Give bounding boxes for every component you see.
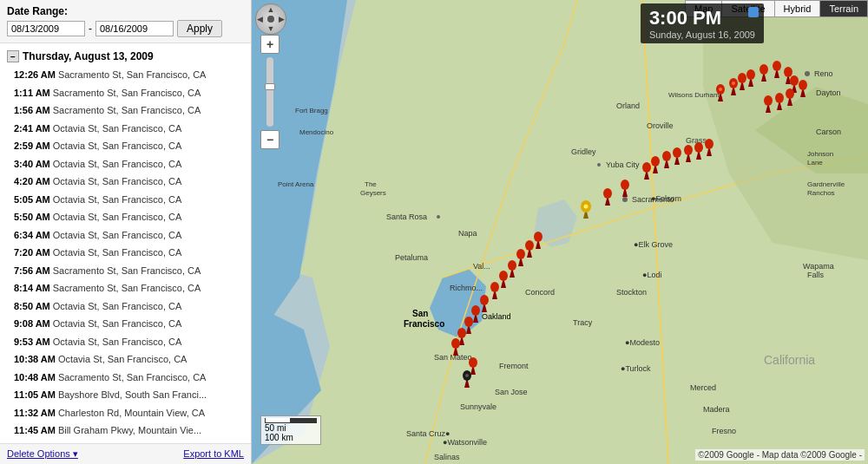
svg-text:Geysers: Geysers <box>360 189 386 197</box>
location-time: 11:45 AM <box>14 425 56 435</box>
svg-point-79 <box>534 232 542 242</box>
svg-text:San: San <box>412 309 428 318</box>
list-item[interactable]: 6:34 AMOctavia St, San Francisco, CA <box>0 226 251 245</box>
scale-line: 50 mi 100 km <box>265 418 317 442</box>
svg-text:Fremont: Fremont <box>499 362 529 370</box>
date-range-bar: Date Range: - Apply <box>0 0 251 43</box>
svg-text:Oroville: Oroville <box>647 121 674 130</box>
map-area[interactable]: Reno Sacramento Yuba City San Francisco … <box>252 0 868 464</box>
svg-text:Val...: Val... <box>473 262 490 271</box>
list-item[interactable]: 2:59 AMOctavia St, San Francisco, CA <box>0 137 251 155</box>
location-address: Sacramento St, San Francisco, CA <box>53 105 201 115</box>
nav-up-arrow: ▲ <box>267 5 275 14</box>
end-date-input[interactable] <box>95 21 174 36</box>
apply-button[interactable]: Apply <box>177 20 222 37</box>
svg-text:Concord: Concord <box>525 288 555 297</box>
svg-point-60 <box>760 64 768 75</box>
list-item[interactable]: 3:40 AMOctavia St, San Francisco, CA <box>0 155 251 173</box>
location-address: Octavia St, San Francisco, CA <box>53 230 182 240</box>
svg-point-66 <box>775 93 784 103</box>
svg-text:Salinas: Salinas <box>434 453 460 461</box>
list-item[interactable]: 10:48 AMSacramento St, San Francisco, CA <box>0 369 251 387</box>
current-time: 3:00 PM <box>649 7 755 29</box>
date-range-label: Date Range: <box>7 5 244 17</box>
svg-text:●Watsonville: ●Watsonville <box>443 438 487 447</box>
svg-point-67 <box>764 95 773 106</box>
start-date-input[interactable] <box>7 21 85 36</box>
location-address: Octavia St, San Francisco, CA <box>53 194 182 205</box>
day-header: − Thursday, August 13, 2009 <box>0 47 251 66</box>
zoom-out-button[interactable]: − <box>260 130 279 149</box>
location-address: Octavia St, San Francisco, CA <box>53 318 182 329</box>
svg-text:●Lodi: ●Lodi <box>642 271 661 279</box>
list-item[interactable]: 11:45 AMBill Graham Pkwy, Mountain Vie..… <box>0 422 251 440</box>
svg-point-2 <box>805 71 810 76</box>
location-time: 9:53 AM <box>14 337 50 347</box>
time-icon <box>748 7 759 17</box>
svg-point-75 <box>621 180 629 190</box>
svg-text:Wilsons Durham: Wilsons Durham <box>668 91 720 99</box>
zoom-thumb[interactable] <box>265 83 275 90</box>
scale-bar: 50 mi 100 km <box>260 415 321 445</box>
list-item[interactable]: 11:05 AMBayshore Blvd, South San Franci.… <box>0 386 251 404</box>
svg-text:Dayton: Dayton <box>816 88 841 97</box>
nav-control[interactable]: ▲ ▼ ◀ ▶ <box>255 3 286 35</box>
list-item[interactable]: 12:26 AMSacramento St, San Francisco, CA <box>0 66 251 84</box>
bottom-bar: Delete Options ▾ Export to KML <box>0 443 251 464</box>
location-time: 10:38 AM <box>14 354 56 364</box>
list-item[interactable]: 2:41 AMOctavia St, San Francisco, CA <box>0 120 251 138</box>
svg-text:Tracy: Tracy <box>573 318 593 327</box>
list-item[interactable]: 9:08 AMOctavia St, San Francisco, CA <box>0 315 251 333</box>
svg-point-71 <box>673 147 681 158</box>
delete-options-link[interactable]: Delete Options ▾ <box>7 448 78 460</box>
list-item[interactable]: 1:11 AMSacramento St, San Francisco, CA <box>0 84 251 102</box>
zoom-track[interactable] <box>266 57 273 127</box>
date-separator: - <box>89 23 92 35</box>
svg-point-4 <box>622 197 628 202</box>
collapse-icon[interactable]: − <box>7 50 19 62</box>
location-address: Octavia St, San Francisco, CA <box>53 247 182 258</box>
svg-text:Santa Rosa: Santa Rosa <box>386 212 427 221</box>
svg-text:Francisco: Francisco <box>404 319 444 329</box>
list-item[interactable]: 7:20 AMOctavia St, San Francisco, CA <box>0 244 251 262</box>
svg-text:Stockton: Stockton <box>616 288 647 297</box>
list-item[interactable]: 5:05 AMOctavia St, San Francisco, CA <box>0 191 251 209</box>
location-time: 1:56 AM <box>14 105 50 115</box>
nav-circle[interactable]: ▲ ▼ ◀ ▶ <box>255 3 286 35</box>
location-address: Charleston Rd, Mountain View, CA <box>58 408 205 418</box>
list-item[interactable]: 5:50 AMOctavia St, San Francisco, CA <box>0 208 251 226</box>
svg-text:●Folsom: ●Folsom <box>651 194 681 203</box>
list-item[interactable]: 8:14 AMSacramento St, San Francisco, CA <box>0 279 251 297</box>
svg-text:San Jose: San Jose <box>495 388 528 396</box>
zoom-in-button[interactable]: + <box>260 35 279 54</box>
svg-text:Lane: Lane <box>807 159 823 167</box>
svg-text:Yuba City: Yuba City <box>606 160 640 169</box>
list-item[interactable]: 1:56 AMSacramento St, San Francisco, CA <box>0 101 251 120</box>
map-type-terrain[interactable]: Terrain <box>820 1 867 16</box>
svg-text:San Mateo: San Mateo <box>434 353 472 362</box>
list-item[interactable]: 7:56 AMSacramento St, San Francisco, CA <box>0 262 251 280</box>
location-address: Sacramento St, San Francisco, CA <box>58 372 207 382</box>
location-time: 2:59 AM <box>14 141 50 151</box>
list-item[interactable]: 11:32 AMCharleston Rd, Mountain View, CA <box>0 404 251 422</box>
svg-text:Santa Cruz●: Santa Cruz● <box>406 429 450 438</box>
current-date: Sunday, August 16, 2009 <box>649 29 755 40</box>
list-item[interactable]: 8:50 AMOctavia St, San Francisco, CA <box>0 297 251 316</box>
map-type-hybrid[interactable]: Hybrid <box>775 1 821 16</box>
nav-left-arrow: ◀ <box>257 15 263 23</box>
svg-text:Fresno: Fresno <box>712 427 736 435</box>
location-address: Bayshore Blvd, South San Franci... <box>58 389 207 400</box>
list-item[interactable]: 9:53 AMOctavia St, San Francisco, CA <box>0 333 251 351</box>
nav-right-arrow: ▶ <box>279 15 285 23</box>
location-time: 6:34 AM <box>14 230 50 240</box>
list-item[interactable]: 4:20 AMOctavia St, San Francisco, CA <box>0 173 251 191</box>
svg-point-58 <box>738 73 746 83</box>
nav-center-dot <box>267 16 274 23</box>
svg-point-73 <box>694 142 703 153</box>
export-kml-link[interactable]: Export to KML <box>183 448 244 460</box>
list-item[interactable]: 10:38 AMOctavia St, San Francisco, CA <box>0 350 251 369</box>
date-range-inputs: - Apply <box>7 20 244 37</box>
svg-point-80 <box>525 240 534 251</box>
google-attribution: ©2009 Google - Map data ©2009 Google - <box>695 449 865 461</box>
svg-text:Petaluma: Petaluma <box>395 253 428 262</box>
